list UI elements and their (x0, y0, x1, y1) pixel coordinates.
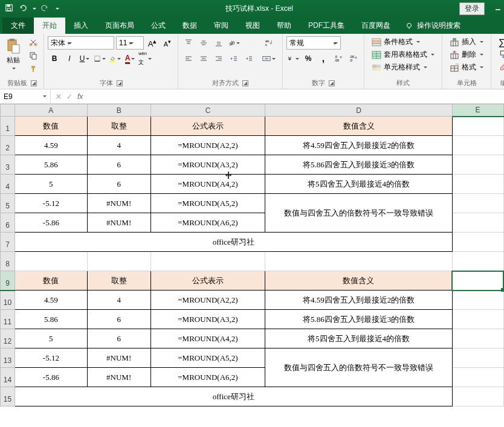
cell[interactable]: 将4.59四舍五入到最接近2的倍数 (265, 291, 452, 310)
align-top-button[interactable] (182, 36, 195, 50)
underline-button[interactable]: U (78, 52, 91, 65)
format-table-button[interactable]: 套用表格格式 (368, 49, 438, 60)
cell[interactable]: 将4.59四舍五入到最接近2的倍数 (265, 136, 452, 155)
cell[interactable] (452, 252, 503, 271)
italic-button[interactable]: I (63, 52, 76, 65)
row-header[interactable]: 13 (1, 348, 15, 368)
wrap-text-button[interactable]: abc (259, 36, 279, 50)
row-header[interactable]: 2 (1, 136, 15, 155)
col-header-B[interactable]: B (87, 104, 150, 117)
orientation-button[interactable]: ab (227, 36, 241, 50)
cell[interactable]: 5 (15, 175, 87, 194)
cell[interactable]: 数值含义 (265, 271, 452, 291)
increase-font-button[interactable]: A▴ (146, 36, 159, 50)
col-header-D[interactable]: D (265, 104, 452, 117)
tab-view[interactable]: 视图 (237, 18, 268, 34)
cell[interactable]: 将5四舍五入到最接近4的倍数 (265, 329, 452, 348)
cell[interactable]: office研习社 (15, 233, 452, 252)
font-size-combo[interactable]: 11 (116, 36, 144, 50)
cut-button[interactable] (27, 36, 40, 48)
row-header[interactable]: 5 (1, 194, 15, 213)
increase-decimal-button[interactable]: .0.00 (332, 52, 345, 65)
alignment-launcher[interactable] (242, 80, 248, 86)
cancel-formula-icon[interactable]: ✕ (56, 92, 62, 101)
cell[interactable] (452, 117, 503, 136)
decrease-font-button[interactable]: A▾ (161, 36, 174, 50)
row-header[interactable]: 12 (1, 329, 15, 348)
row-header[interactable]: 6 (1, 213, 15, 233)
row-header[interactable]: 4 (1, 175, 15, 194)
format-cells-button[interactable]: 格式 (446, 62, 487, 73)
cell[interactable] (452, 291, 503, 310)
cell[interactable] (452, 329, 503, 348)
align-middle-button[interactable] (197, 36, 210, 50)
tab-help[interactable]: 帮助 (268, 18, 300, 34)
cell[interactable]: =MROUND(A2,2) (150, 136, 265, 155)
accounting-button[interactable]: ¥ (286, 52, 300, 65)
cell[interactable]: #NUM! (87, 368, 150, 387)
cell[interactable]: 6 (87, 175, 150, 194)
col-header-E[interactable]: E (452, 104, 503, 117)
cell[interactable] (452, 175, 503, 194)
cell[interactable] (452, 310, 503, 329)
cell[interactable]: =MROUND(A4,2) (150, 175, 265, 194)
cell[interactable]: 取整 (87, 117, 150, 136)
copy-button[interactable] (27, 50, 40, 62)
pinyin-button[interactable]: wén文 (138, 52, 152, 65)
cell[interactable]: 公式表示 (150, 271, 265, 291)
align-center-button[interactable] (197, 52, 210, 65)
tell-me[interactable]: 操作说明搜索 (399, 18, 467, 34)
cell[interactable]: =MROUND(A3,2) (150, 155, 265, 175)
col-header-C[interactable]: C (150, 104, 265, 117)
cell[interactable]: 数值 (15, 271, 87, 291)
number-launcher[interactable] (329, 80, 335, 86)
grid-area[interactable]: A B C D E 1 数值 取整 公式表示 数值含义 2 4.59 4 =MR… (0, 104, 504, 406)
col-header-A[interactable]: A (15, 104, 87, 117)
cell[interactable]: 将5.86四舍五入到最接近3的倍数 (265, 155, 452, 175)
decrease-decimal-button[interactable]: .00.0 (347, 52, 360, 65)
cell[interactable]: 4 (87, 136, 150, 155)
cell[interactable]: 5.86 (15, 155, 87, 175)
clipboard-launcher[interactable] (31, 80, 37, 86)
fx-icon[interactable]: fx (77, 92, 83, 101)
save-icon[interactable] (5, 4, 13, 14)
align-right-button[interactable] (212, 52, 225, 65)
undo-dropdown-icon[interactable] (33, 8, 36, 11)
tab-pdf[interactable]: PDF工具集 (300, 18, 353, 34)
font-launcher[interactable] (117, 80, 123, 86)
row-header[interactable]: 15 (1, 387, 15, 406)
cell[interactable]: 将5四舍五入到最接近4的倍数 (265, 175, 452, 194)
cell[interactable] (265, 252, 452, 271)
comma-button[interactable]: , (317, 52, 330, 65)
cell[interactable]: 6 (87, 329, 150, 348)
row-header[interactable]: 1 (1, 117, 15, 136)
cell[interactable]: =MROUND(A5,2) (150, 348, 265, 368)
cell[interactable]: 数值 (15, 117, 87, 136)
tab-home[interactable]: 开始 (34, 18, 65, 34)
cell[interactable]: -5.12 (15, 348, 87, 368)
font-color-button[interactable]: A (123, 52, 137, 65)
conditional-format-button[interactable]: 条件格式 (368, 36, 438, 48)
cell[interactable]: 将5.86四舍五入到最接近3的倍数 (265, 310, 452, 329)
cell[interactable] (452, 348, 503, 368)
cell[interactable]: #NUM! (87, 194, 150, 213)
decrease-indent-button[interactable] (227, 52, 241, 65)
cell-styles-button[interactable]: 单元格样式 (368, 62, 438, 73)
cell[interactable] (452, 387, 503, 406)
select-all-corner[interactable] (1, 104, 15, 117)
minimize-icon[interactable] (494, 4, 502, 13)
cell[interactable]: 4.59 (15, 291, 87, 310)
row-header[interactable]: 3 (1, 155, 15, 175)
redo-icon[interactable] (41, 4, 50, 14)
tab-formulas[interactable]: 公式 (143, 18, 174, 34)
cell[interactable]: 取整 (87, 271, 150, 291)
delete-cells-button[interactable]: 删除 (446, 49, 487, 60)
login-button[interactable]: 登录 (459, 2, 485, 15)
fill-color-button[interactable] (108, 52, 121, 65)
merge-center-button[interactable] (259, 52, 279, 65)
cell[interactable] (452, 155, 503, 175)
align-left-button[interactable] (182, 52, 195, 65)
cell[interactable]: #NUM! (87, 213, 150, 233)
undo-icon[interactable] (18, 4, 27, 14)
cell[interactable]: =MROUND(A5,2) (150, 194, 265, 213)
